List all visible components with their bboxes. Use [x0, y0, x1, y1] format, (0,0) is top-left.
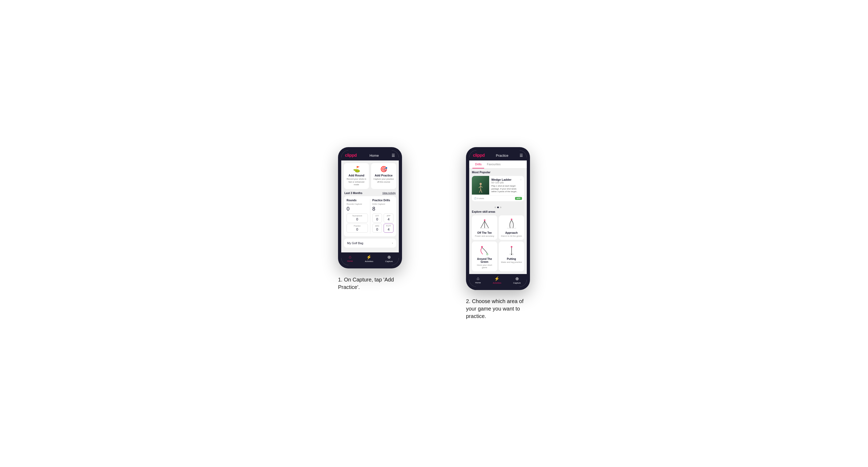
ott-label: OTT: [374, 215, 381, 217]
rounds-captures-label: Rounds Capture: [347, 203, 368, 205]
nav-activities-1[interactable]: ⚡ Activities: [365, 254, 373, 262]
featured-subtitle: 50–100 yds: [491, 181, 522, 184]
stats-period: Last 3 Months: [344, 192, 362, 195]
dot-1: [495, 207, 496, 208]
svg-point-0: [479, 183, 482, 185]
svg-line-9: [485, 221, 489, 228]
app-logo-2: clippd: [473, 153, 485, 158]
nav-home-2[interactable]: ⌂ Home: [475, 276, 480, 284]
featured-title: Wedge Ladder: [491, 178, 522, 181]
practice-content: Most Popular ☆: [469, 168, 527, 274]
approach-diagram: [505, 218, 518, 230]
skill-arg-desc: Hone your short game: [474, 264, 495, 269]
svg-point-13: [481, 246, 483, 248]
skill-off-the-tee[interactable]: Off The Tee Power and accuracy: [472, 215, 497, 240]
tab-favourites[interactable]: Favourites: [484, 160, 503, 168]
tournament-box: Tournament 0: [347, 214, 368, 223]
app-header-2: clippd Practice ☰: [469, 150, 527, 160]
skill-app-desc: Dial-in to hit the green: [501, 235, 522, 237]
tournament-value: 0: [348, 217, 367, 221]
golf-bag-row[interactable]: My Golf Bag ›: [344, 239, 396, 248]
svg-line-3: [480, 186, 483, 187]
nav-home-1[interactable]: ⌂ Home: [347, 254, 353, 262]
stat-divider: [370, 199, 370, 234]
tab-drills[interactable]: Drills: [472, 160, 484, 168]
putt-label: PUTT: [385, 225, 392, 227]
skill-ott-name: Off The Tee: [477, 231, 492, 234]
drills-row-2: ARG 0 PUTT 4: [372, 224, 394, 233]
bottom-nav-1: ⌂ Home ⚡ Activities ⊕ Capture: [341, 252, 399, 265]
most-popular-title: Most Popular: [472, 170, 524, 174]
svg-line-2: [479, 186, 480, 188]
off-the-tee-diagram: [478, 218, 491, 230]
dot-2: [497, 207, 499, 208]
home-content: ⛳ Add Round Record your shots in fast or…: [341, 160, 399, 252]
skill-app-name: Approach: [505, 231, 518, 234]
app-header-title-1: Home: [370, 154, 379, 158]
practice-box: Practice 0: [347, 224, 368, 233]
skill-putt-desc: Make and lag practice: [501, 261, 522, 263]
app-box: APP 4: [383, 214, 394, 223]
hamburger-icon-1[interactable]: ☰: [392, 153, 395, 158]
activities-nav-icon: ⚡: [366, 254, 372, 260]
capture-nav-label: Capture: [385, 260, 393, 262]
skill-approach[interactable]: Approach Dial-in to hit the green: [499, 215, 524, 240]
skill-putt-name: Putting: [507, 257, 516, 260]
caption-2: 2. Choose which area of your game you wa…: [466, 298, 530, 320]
stats-two-col: Rounds Rounds Capture 0 Tournament 0: [347, 199, 394, 234]
arg-label: ARG: [374, 225, 381, 227]
add-round-icon: ⛳: [353, 166, 360, 173]
app-label: APP: [385, 215, 392, 217]
phone-shell-2: clippd Practice ☰ Drills Favourites Most…: [466, 147, 530, 290]
nav-activities-2[interactable]: ⚡ Activities: [493, 276, 501, 284]
drills-captures-label: Drills Capture: [372, 203, 394, 205]
nav-capture-2[interactable]: ⊕ Capture: [513, 276, 521, 284]
skill-arg-name: Around The Green: [474, 257, 495, 263]
svg-line-4: [479, 189, 480, 193]
golf-bag-label: My Golf Bag: [347, 242, 363, 245]
star-icon: ☆: [520, 178, 522, 181]
phone-section-1: clippd Home ☰ ⛳ Add Round Record your sh…: [314, 147, 426, 290]
most-popular-section: Most Popular ☆: [469, 168, 527, 205]
featured-card[interactable]: ☆: [472, 176, 524, 201]
capture-nav-icon-2: ⊕: [515, 276, 519, 281]
putt-box: PUTT 4: [383, 224, 394, 233]
add-round-title: Add Round: [348, 174, 364, 177]
skill-putting[interactable]: Putting Make and lag practice: [499, 242, 524, 271]
app-header-title-2: Practice: [496, 154, 508, 158]
practice-tabs: Drills Favourites: [469, 160, 527, 168]
ott-box: OTT 0: [372, 214, 382, 223]
hamburger-icon-2[interactable]: ☰: [520, 153, 523, 158]
phone-screen-2: clippd Practice ☰ Drills Favourites Most…: [469, 150, 527, 286]
svg-point-15: [511, 246, 513, 248]
caption-1: 1. On Capture, tap 'Add Practice'.: [338, 276, 402, 291]
practice-stat-row: Practice 0: [347, 224, 368, 233]
putt-value: 4: [385, 227, 392, 231]
stats-card: Rounds Rounds Capture 0 Tournament 0: [344, 196, 396, 237]
add-practice-desc: Capture your practice off-the-course: [373, 178, 394, 183]
chevron-right-icon: ›: [392, 241, 393, 245]
add-practice-card[interactable]: 🎯 Add Practice Capture your practice off…: [371, 163, 396, 189]
svg-point-6: [484, 219, 486, 221]
featured-footer: 🕐 9 shots APP: [472, 195, 524, 201]
featured-image: [472, 176, 489, 195]
skill-around-green[interactable]: Around The Green Hone your short game: [472, 242, 497, 271]
skill-ott-desc: Power and accuracy: [475, 235, 494, 237]
app-value: 4: [385, 217, 392, 221]
capture-nav-icon: ⊕: [388, 254, 391, 260]
ott-value: 0: [374, 217, 381, 221]
tournament-label: Tournament: [348, 215, 367, 217]
explore-title: Explore skill areas: [469, 210, 527, 213]
app-logo-1: clippd: [345, 153, 357, 158]
svg-point-14: [486, 253, 488, 255]
activities-nav-label-2: Activities: [493, 282, 501, 284]
add-practice-icon: 🎯: [380, 166, 388, 173]
add-round-desc: Record your shots in fast or enhanced mo…: [346, 178, 367, 186]
view-activity-link[interactable]: View Activity: [382, 192, 396, 194]
skill-grid: Off The Tee Power and accuracy: [469, 215, 527, 274]
add-round-card[interactable]: ⛳ Add Round Record your shots in fast or…: [344, 163, 369, 189]
home-nav-label-2: Home: [475, 281, 480, 284]
nav-capture-1[interactable]: ⊕ Capture: [385, 254, 393, 262]
drills-captures-value: 8: [372, 206, 394, 212]
app-badge: APP: [515, 197, 522, 200]
